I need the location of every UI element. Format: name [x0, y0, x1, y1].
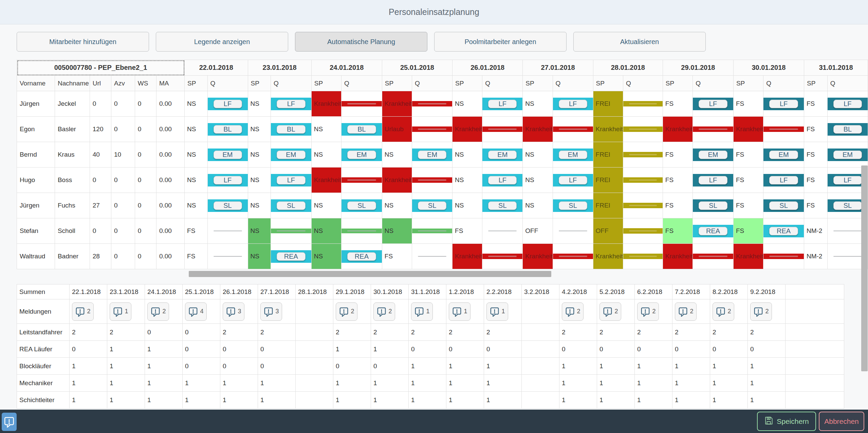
plant-group-header[interactable]: 0050007780 - PEP_Ebene2_1 [17, 60, 185, 76]
save-button[interactable]: Speichern [757, 412, 816, 431]
shift-cell[interactable]: Urlaub [382, 117, 412, 142]
shift-cell[interactable]: FS [663, 218, 692, 244]
qualification-button[interactable]: LF [833, 176, 862, 184]
qualification-button[interactable]: LF [833, 100, 862, 108]
qualification-button[interactable] [277, 231, 306, 231]
shift-cell[interactable]: NS [311, 218, 341, 244]
qualification-button[interactable] [833, 231, 862, 231]
qualification-button[interactable]: LF [214, 176, 242, 184]
shift-cell[interactable]: NS [248, 117, 271, 142]
qualification-button[interactable] [488, 231, 517, 231]
shift-cell[interactable]: NM-2 [804, 244, 827, 269]
meldungen-button[interactable]: 1 [110, 302, 131, 321]
shift-cell[interactable]: FREI [593, 168, 623, 193]
meldungen-button[interactable]: 2 [72, 302, 94, 321]
shift-cell[interactable]: NS [382, 142, 412, 168]
shift-cell[interactable]: Krankheit [663, 244, 692, 269]
toolbar-button-poolmitarbeiter-anlegen[interactable]: Poolmitarbeiter anlegen [434, 32, 567, 52]
shift-cell[interactable]: FS [663, 168, 692, 193]
qualification-button[interactable]: EM [488, 151, 517, 159]
meldungen-button[interactable]: 1 [449, 302, 470, 321]
qualification-button[interactable] [347, 179, 376, 181]
qualification-button[interactable] [214, 231, 242, 231]
qualification-button[interactable]: SL [277, 201, 306, 210]
shift-cell[interactable]: Krankheit [311, 168, 341, 193]
qualification-button[interactable]: SL [347, 201, 376, 210]
shift-cell[interactable]: NS [311, 142, 341, 168]
qualification-button[interactable] [629, 179, 657, 181]
qualification-button[interactable] [418, 129, 446, 130]
qualification-button[interactable]: SL [769, 201, 798, 210]
shift-cell[interactable]: NS [248, 244, 271, 269]
meldungen-button[interactable]: 3 [260, 302, 282, 321]
qualification-button[interactable]: BL [347, 125, 376, 134]
qualification-button[interactable] [769, 129, 798, 130]
qualification-button[interactable]: EM [347, 151, 376, 159]
qualification-button[interactable]: EM [559, 151, 587, 159]
shift-cell[interactable]: NS [311, 117, 341, 142]
shift-cell[interactable]: FS [663, 193, 692, 218]
meldungen-button[interactable]: 3 [223, 302, 244, 321]
shift-cell[interactable]: Krankheit [523, 244, 553, 269]
shift-cell[interactable]: FREI [593, 193, 623, 218]
qualification-button[interactable]: LF [699, 100, 727, 108]
meldungen-button[interactable]: 2 [750, 302, 772, 321]
shift-cell[interactable]: NS [185, 142, 207, 168]
shift-cell[interactable]: FS [733, 218, 763, 244]
qualification-button[interactable]: SL [214, 201, 242, 210]
qualification-button[interactable]: BL [833, 125, 862, 134]
qualification-button[interactable]: LF [769, 176, 798, 184]
qualification-button[interactable]: SL [699, 201, 727, 210]
shift-cell[interactable]: NS [248, 193, 271, 218]
shift-cell[interactable]: NS [453, 142, 482, 168]
qualification-button[interactable]: SL [833, 201, 862, 210]
qualification-button[interactable]: REA [277, 252, 306, 261]
qualification-button[interactable]: EM [833, 151, 862, 159]
qualification-button[interactable] [769, 256, 798, 257]
shift-cell[interactable]: FS [804, 168, 827, 193]
shift-cell[interactable]: FS [733, 142, 763, 168]
shift-cell[interactable]: NS [453, 168, 482, 193]
shift-cell[interactable]: FS [663, 91, 692, 117]
qualification-button[interactable] [418, 231, 446, 231]
qualification-button[interactable]: SL [559, 201, 587, 210]
meldungen-button[interactable]: 2 [336, 302, 357, 321]
shift-cell[interactable]: FS [804, 117, 827, 142]
qualification-button[interactable]: BL [214, 125, 242, 134]
horizontal-scrollbar[interactable] [189, 271, 551, 277]
qualification-button[interactable]: LF [699, 176, 727, 184]
shift-cell[interactable]: FS [733, 91, 763, 117]
qualification-button[interactable]: EM [277, 151, 306, 159]
shift-cell[interactable]: NS [185, 193, 207, 218]
qualification-button[interactable]: REA [347, 252, 376, 261]
qualification-button[interactable]: LF [277, 100, 306, 108]
toolbar-button-aktualisieren[interactable]: Aktualisieren [573, 32, 706, 52]
qualification-button[interactable] [418, 103, 446, 104]
qualification-button[interactable] [629, 129, 657, 130]
shift-cell[interactable]: NS [185, 91, 207, 117]
meldungen-button[interactable]: 1 [411, 302, 433, 321]
meldungen-button[interactable]: 4 [185, 302, 207, 321]
shift-cell[interactable]: NS [185, 168, 207, 193]
toolbar-button-mitarbeiter-hinzuf-gen[interactable]: Mitarbeiter hinzufügen [17, 32, 149, 52]
shift-cell[interactable]: NS [523, 193, 553, 218]
shift-cell[interactable]: Krankheit [382, 168, 412, 193]
shift-cell[interactable]: Krankheit [311, 91, 341, 117]
qualification-button[interactable]: LF [277, 176, 306, 184]
qualification-button[interactable]: BL [277, 125, 306, 134]
shift-cell[interactable]: NS [311, 193, 341, 218]
qualification-button[interactable]: REA [699, 227, 727, 235]
qualification-button[interactable] [559, 129, 587, 130]
qualification-button[interactable] [699, 256, 727, 257]
qualification-button[interactable] [629, 205, 657, 206]
qualification-button[interactable] [559, 256, 587, 257]
qualification-button[interactable] [488, 256, 517, 257]
qualification-button[interactable]: LF [214, 100, 242, 108]
qualification-button[interactable]: SL [488, 201, 517, 210]
qualification-button[interactable] [833, 256, 862, 257]
shift-cell[interactable]: NS [382, 193, 412, 218]
shift-cell[interactable]: NS [382, 218, 412, 244]
qualification-button[interactable] [629, 230, 657, 232]
toolbar-button-automatische-planung[interactable]: Automatische Planung [295, 32, 427, 52]
qualification-button[interactable] [347, 231, 376, 231]
